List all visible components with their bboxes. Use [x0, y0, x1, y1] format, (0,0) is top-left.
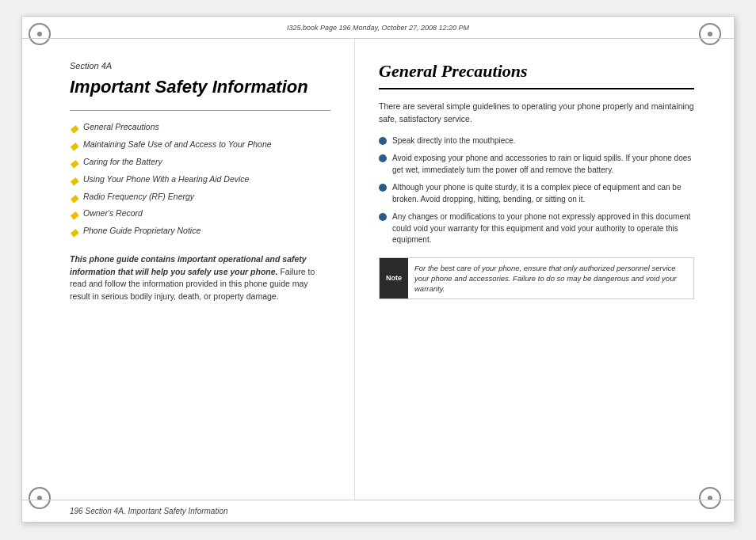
- bullet-icon: [379, 137, 387, 145]
- toc-bullet-icon: ◆: [70, 192, 78, 205]
- toc-item: ◆General Precautions: [70, 122, 330, 135]
- right-column: General Precautions There are several si…: [355, 39, 734, 500]
- bullet-text: Speak directly into the mouthpiece.: [392, 135, 694, 147]
- bullet-list-item: Any changes or modifications to your pho…: [379, 211, 694, 246]
- toc-item-label: Radio Frequency (RF) Energy: [83, 192, 194, 201]
- toc-item-label: Maintaining Safe Use of and Access to Yo…: [83, 139, 272, 149]
- toc-item: ◆Caring for the Battery: [70, 157, 330, 170]
- toc-item: ◆Maintaining Safe Use of and Access to Y…: [70, 139, 330, 153]
- intro-text: There are several simple guidelines to o…: [379, 101, 694, 126]
- section-label: Section 4A: [70, 61, 330, 70]
- bullet-list: Speak directly into the mouthpiece.Avoid…: [379, 135, 694, 246]
- toc-list: ◆General Precautions◆Maintaining Safe Us…: [70, 122, 330, 239]
- left-column: Section 4A Important Safety Information …: [22, 39, 355, 500]
- toc-item: ◆Owner's Record: [70, 208, 330, 222]
- toc-bullet-icon: ◆: [70, 226, 78, 239]
- bullet-list-item: Speak directly into the mouthpiece.: [379, 135, 694, 147]
- note-label: Note: [380, 258, 408, 299]
- top-bar-text: I325.book Page 196 Monday, October 27, 2…: [287, 24, 469, 32]
- body-text: This phone guide contains important oper…: [70, 253, 330, 303]
- note-content: For the best care of your phone, ensure …: [408, 258, 693, 299]
- bullet-icon: [379, 184, 387, 192]
- bullet-icon: [379, 213, 387, 221]
- content-area: Section 4A Important Safety Information …: [22, 39, 734, 500]
- section-title: General Precautions: [379, 61, 694, 82]
- bullet-list-item: Avoid exposing your phone and accessorie…: [379, 153, 694, 176]
- toc-bullet-icon: ◆: [70, 208, 78, 222]
- bullet-icon: [379, 154, 387, 162]
- bullet-text: Although your phone is quite sturdy, it …: [392, 182, 694, 205]
- note-box: Note For the best care of your phone, en…: [379, 257, 694, 300]
- toc-bullet-icon: ◆: [70, 122, 78, 135]
- toc-bullet-icon: ◆: [70, 139, 78, 153]
- toc-item-label: Owner's Record: [83, 208, 143, 218]
- toc-item: ◆Phone Guide Proprietary Notice: [70, 226, 330, 239]
- bottom-bar: 196 Section 4A. Important Safety Informa…: [22, 500, 734, 522]
- toc-item: ◆Radio Frequency (RF) Energy: [70, 192, 330, 205]
- toc-item-label: Using Your Phone With a Hearing Aid Devi…: [83, 174, 249, 184]
- toc-item: ◆Using Your Phone With a Hearing Aid Dev…: [70, 174, 330, 188]
- title-divider: [70, 110, 330, 111]
- toc-bullet-icon: ◆: [70, 174, 78, 188]
- toc-bullet-icon: ◆: [70, 157, 78, 170]
- toc-item-label: Caring for the Battery: [83, 157, 162, 166]
- page: I325.book Page 196 Monday, October 27, 2…: [21, 16, 735, 523]
- bullet-text: Any changes or modifications to your pho…: [392, 211, 694, 246]
- section-title-divider: [379, 88, 694, 89]
- toc-item-label: General Precautions: [83, 122, 159, 131]
- top-bar: I325.book Page 196 Monday, October 27, 2…: [22, 17, 734, 39]
- bottom-bar-text: 196 Section 4A. Important Safety Informa…: [70, 507, 228, 515]
- bullet-text: Avoid exposing your phone and accessorie…: [392, 153, 694, 176]
- main-title: Important Safety Information: [70, 77, 330, 97]
- bullet-list-item: Although your phone is quite sturdy, it …: [379, 182, 694, 205]
- toc-item-label: Phone Guide Proprietary Notice: [83, 226, 200, 235]
- body-italic-text: This phone guide contains important oper…: [70, 254, 307, 276]
